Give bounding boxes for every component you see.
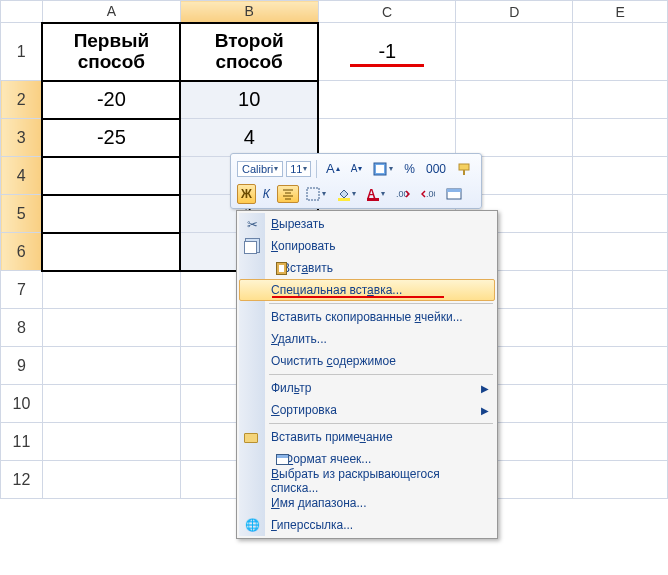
cell-E12[interactable]: [573, 461, 668, 499]
cell-C1-value: -1: [350, 40, 424, 67]
col-header-A[interactable]: A: [42, 1, 180, 23]
center-align-button[interactable]: [277, 185, 299, 203]
cell-A11[interactable]: [42, 423, 180, 461]
row-header-7[interactable]: 7: [1, 271, 43, 309]
cell-E10[interactable]: [573, 385, 668, 423]
cell-B2[interactable]: 10: [180, 81, 318, 119]
cell-A7[interactable]: [42, 271, 180, 309]
col-header-B[interactable]: B: [180, 1, 318, 23]
bold-button[interactable]: Ж: [237, 184, 256, 204]
font-size-combo[interactable]: 11▾: [286, 161, 311, 177]
decrease-decimal-button[interactable]: .00: [392, 185, 414, 203]
menu-item-name-range[interactable]: Имя диапазона...: [239, 492, 495, 514]
font-name-combo[interactable]: Calibri▾: [237, 161, 283, 177]
context-menu-separator: [269, 303, 493, 304]
svg-text:.00: .00: [396, 189, 409, 199]
row-header-3[interactable]: 3: [1, 119, 43, 157]
menu-item-label: Фильтр: [271, 381, 311, 395]
font-name-value: Calibri: [242, 163, 273, 175]
submenu-arrow-icon: ▶: [481, 405, 489, 416]
cell-E11[interactable]: [573, 423, 668, 461]
select-all-corner[interactable]: [1, 1, 43, 23]
row-header-10[interactable]: 10: [1, 385, 43, 423]
menu-item-label: Очистить содержимое: [271, 354, 396, 368]
cell-E3[interactable]: [573, 119, 668, 157]
comma-format-button[interactable]: 000: [422, 159, 450, 179]
menu-item-cut[interactable]: Вырезать: [239, 213, 495, 235]
row-header-4[interactable]: 4: [1, 157, 43, 195]
cell-E6[interactable]: [573, 233, 668, 271]
menu-item-label: Вставить скопированные ячейки...: [271, 310, 463, 324]
cell-E8[interactable]: [573, 309, 668, 347]
cell-A6[interactable]: [42, 233, 180, 271]
cell-E7[interactable]: [573, 271, 668, 309]
cell-A3[interactable]: -25: [42, 119, 180, 157]
format-painter-button[interactable]: [453, 159, 475, 179]
inc-decimal-icon: .00: [421, 188, 435, 200]
copy-icon: [244, 241, 257, 254]
cell-C3[interactable]: [318, 119, 456, 157]
cell-A2[interactable]: -20: [42, 81, 180, 119]
merge-button[interactable]: [442, 185, 466, 203]
cell-D3[interactable]: [456, 119, 573, 157]
menu-item-hyperlink[interactable]: Гиперссылка...: [239, 514, 495, 536]
menu-item-label: Удалить...: [271, 332, 327, 346]
menu-item-paste[interactable]: Вставить: [239, 257, 495, 279]
menu-item-label: Сортировка: [271, 403, 337, 417]
cell-C2[interactable]: [318, 81, 456, 119]
menu-item-insert-comment[interactable]: Вставить примечание: [239, 426, 495, 448]
row-header-12[interactable]: 12: [1, 461, 43, 499]
menu-item-pick-from-list[interactable]: Выбрать из раскрывающегося списка...: [239, 470, 495, 492]
cell-D2[interactable]: [456, 81, 573, 119]
increase-decimal-button[interactable]: .00: [417, 185, 439, 203]
row-header-2[interactable]: 2: [1, 81, 43, 119]
dec-decimal-icon: .00: [396, 188, 410, 200]
grow-font-button[interactable]: A▴: [322, 158, 344, 179]
shrink-font-button[interactable]: A▾: [347, 160, 367, 177]
row-header-1[interactable]: 1: [1, 23, 43, 81]
accounting-format-button[interactable]: ▾: [369, 159, 397, 179]
menu-item-label: Вставить примечание: [271, 430, 393, 444]
row-header-5[interactable]: 5: [1, 195, 43, 233]
row-header-9[interactable]: 9: [1, 347, 43, 385]
cell-D1[interactable]: [456, 23, 573, 81]
cell-A1[interactable]: Первый способ: [42, 23, 180, 81]
cell-C1[interactable]: -1: [318, 23, 456, 81]
svg-rect-2: [459, 164, 469, 170]
cell-E9[interactable]: [573, 347, 668, 385]
menu-item-label: Вставить: [282, 261, 333, 275]
row-header-6[interactable]: 6: [1, 233, 43, 271]
col-header-C[interactable]: C: [318, 1, 456, 23]
menu-item-sort[interactable]: Сортировка▶: [239, 399, 495, 421]
row-header-11[interactable]: 11: [1, 423, 43, 461]
cell-B3[interactable]: 4: [180, 119, 318, 157]
cell-A12[interactable]: [42, 461, 180, 499]
cell-A8[interactable]: [42, 309, 180, 347]
cell-A4[interactable]: [42, 157, 180, 195]
menu-item-paste-special[interactable]: Специальная вставка...: [239, 279, 495, 301]
menu-item-copy[interactable]: Копировать: [239, 235, 495, 257]
col-header-D[interactable]: D: [456, 1, 573, 23]
menu-item-insert-copied[interactable]: Вставить скопированные ячейки...: [239, 306, 495, 328]
menu-item-delete[interactable]: Удалить...: [239, 328, 495, 350]
percent-format-button[interactable]: %: [400, 159, 419, 179]
col-header-E[interactable]: E: [573, 1, 668, 23]
fill-color-button[interactable]: ▾: [333, 183, 360, 204]
cell-E2[interactable]: [573, 81, 668, 119]
cell-A10[interactable]: [42, 385, 180, 423]
menu-item-clear[interactable]: Очистить содержимое: [239, 350, 495, 372]
cell-B1[interactable]: Второй способ: [180, 23, 318, 81]
cell-E4[interactable]: [573, 157, 668, 195]
svg-text:.00: .00: [426, 189, 435, 199]
context-menu-separator: [269, 423, 493, 424]
menu-item-filter[interactable]: Фильтр▶: [239, 377, 495, 399]
borders-button[interactable]: ▾: [302, 184, 330, 204]
menu-item-label: Специальная вставка...: [271, 283, 402, 297]
font-color-button[interactable]: A▾: [363, 183, 389, 204]
cell-E1[interactable]: [573, 23, 668, 81]
cell-A5[interactable]: [42, 195, 180, 233]
row-header-8[interactable]: 8: [1, 309, 43, 347]
cell-E5[interactable]: [573, 195, 668, 233]
cell-A9[interactable]: [42, 347, 180, 385]
italic-button[interactable]: К: [259, 184, 274, 204]
